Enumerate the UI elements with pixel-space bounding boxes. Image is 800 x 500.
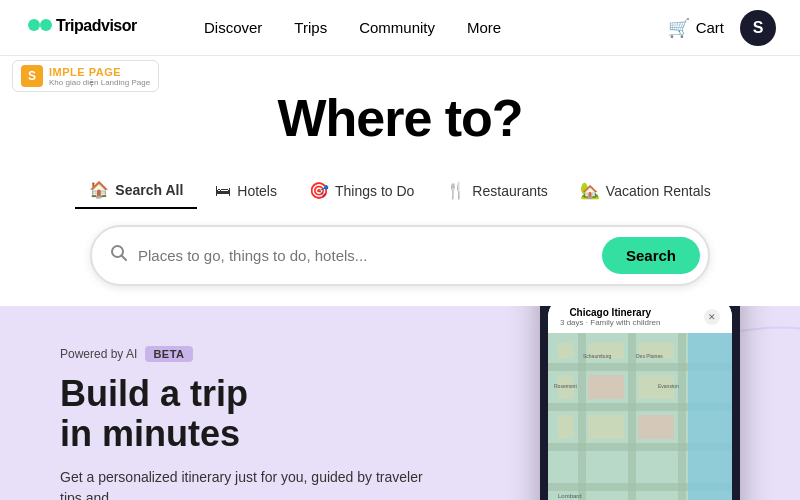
beta-badge: BETA <box>145 346 192 362</box>
sp-icon: S <box>21 65 43 87</box>
svg-text:Lombard: Lombard <box>558 493 582 499</box>
svg-rect-14 <box>678 333 686 500</box>
ai-title: Build a trip in minutes <box>60 374 440 453</box>
tab-vacation-rentals[interactable]: 🏡 Vacation Rentals <box>566 173 725 208</box>
svg-rect-16 <box>558 343 574 359</box>
tab-hotels-label: Hotels <box>237 183 277 199</box>
itinerary-subtitle: 3 days · Family with children <box>560 318 660 327</box>
sp-title: IMPLE PAGE <box>49 66 150 78</box>
search-button[interactable]: Search <box>602 237 700 274</box>
simple-page-badge: S IMPLE PAGE Kho giao diện Landing Page <box>12 60 159 92</box>
phone-device: Chicago Itinerary 3 days · Family with c… <box>540 306 740 500</box>
svg-rect-13 <box>628 333 636 500</box>
search-input[interactable] <box>138 247 602 264</box>
house-icon: 🏡 <box>580 181 600 200</box>
phone-header: Chicago Itinerary 3 days · Family with c… <box>548 306 732 333</box>
svg-point-0 <box>28 19 40 31</box>
tab-search-all-label: Search All <box>115 182 183 198</box>
bed-icon: 🛏 <box>215 182 231 200</box>
search-icon <box>110 244 128 267</box>
ai-title-line1: Build a trip <box>60 373 248 414</box>
ai-description: Get a personalized itinerary just for yo… <box>60 467 440 500</box>
nav-discover[interactable]: Discover <box>204 19 262 36</box>
fork-icon: 🍴 <box>446 181 466 200</box>
phone-screen: Chicago Itinerary 3 days · Family with c… <box>548 306 732 500</box>
hero-section: Where to? 🏠 Search All 🛏 Hotels 🎯 Things… <box>0 56 800 306</box>
svg-text:Evanston: Evanston <box>658 383 679 389</box>
search-bar: Search <box>90 225 710 286</box>
nav-community[interactable]: Community <box>359 19 435 36</box>
search-tabs: 🏠 Search All 🛏 Hotels 🎯 Things to Do 🍴 R… <box>75 172 724 209</box>
svg-text:Des Plaines: Des Plaines <box>636 353 663 359</box>
tripadvisor-logo[interactable]: Tripadvisor <box>24 11 144 45</box>
svg-rect-20 <box>588 375 624 399</box>
nav-trips[interactable]: Trips <box>294 19 327 36</box>
ai-content: Powered by AI BETA Build a trip in minut… <box>60 346 440 500</box>
tab-hotels[interactable]: 🛏 Hotels <box>201 174 291 208</box>
phone-mockup: Chicago Itinerary 3 days · Family with c… <box>540 306 740 500</box>
cart-label: Cart <box>696 19 724 36</box>
navbar: Tripadvisor Discover Trips Community Mor… <box>0 0 800 56</box>
cart-button[interactable]: 🛒 Cart <box>668 17 724 39</box>
cart-icon: 🛒 <box>668 17 690 39</box>
phone-map: Chicago Lombard Schaumburg Des Plaines R… <box>548 333 732 500</box>
svg-rect-24 <box>638 415 674 439</box>
tab-search-all[interactable]: 🏠 Search All <box>75 172 197 209</box>
svg-rect-23 <box>588 415 624 439</box>
phone-header-info: Chicago Itinerary 3 days · Family with c… <box>560 307 660 327</box>
svg-rect-22 <box>558 415 574 439</box>
ticket-icon: 🎯 <box>309 181 329 200</box>
ai-title-line2: in minutes <box>60 413 240 454</box>
svg-text:Schaumburg: Schaumburg <box>583 353 612 359</box>
navbar-left: Tripadvisor Discover Trips Community Mor… <box>24 11 501 45</box>
logo-svg: Tripadvisor <box>24 11 144 39</box>
tab-restaurants-label: Restaurants <box>472 183 547 199</box>
svg-point-1 <box>40 19 52 31</box>
nav-links: Discover Trips Community More <box>204 19 501 36</box>
svg-rect-15 <box>688 333 732 500</box>
map-svg: Chicago Lombard Schaumburg Des Plaines R… <box>548 333 732 500</box>
nav-more[interactable]: More <box>467 19 501 36</box>
beta-row: Powered by AI BETA <box>60 346 440 362</box>
phone-close-btn[interactable]: ✕ <box>704 309 720 325</box>
hero-title: Where to? <box>277 88 522 148</box>
powered-by-label: Powered by AI <box>60 347 137 361</box>
tab-restaurants[interactable]: 🍴 Restaurants <box>432 173 561 208</box>
tab-vacation-label: Vacation Rentals <box>606 183 711 199</box>
svg-text:Tripadvisor: Tripadvisor <box>56 17 137 34</box>
home-icon: 🏠 <box>89 180 109 199</box>
sp-text: IMPLE PAGE Kho giao diện Landing Page <box>49 66 150 87</box>
svg-text:Rosemont: Rosemont <box>554 383 577 389</box>
navbar-right: 🛒 Cart S <box>668 10 776 46</box>
sp-subtitle: Kho giao diện Landing Page <box>49 78 150 87</box>
ai-section: Powered by AI BETA Build a trip in minut… <box>0 306 800 500</box>
itinerary-title: Chicago Itinerary <box>560 307 660 318</box>
user-avatar[interactable]: S <box>740 10 776 46</box>
svg-line-4 <box>122 256 127 261</box>
tab-things-label: Things to Do <box>335 183 414 199</box>
tab-things-to-do[interactable]: 🎯 Things to Do <box>295 173 428 208</box>
